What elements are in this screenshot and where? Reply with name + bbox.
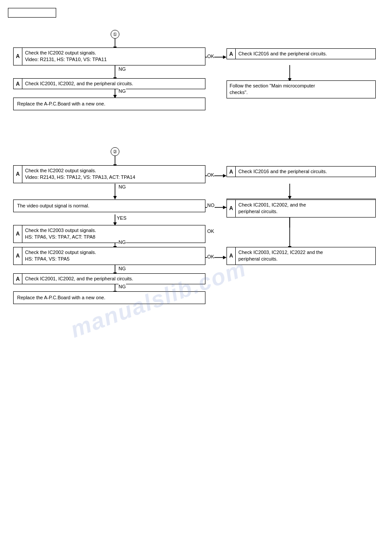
- diagram1-ng-label2: NG: [119, 88, 126, 94]
- diagram2-check-ic2003-content: Check the IC2003 output signals. HS: TPA…: [22, 225, 205, 243]
- diagram2-check-ic2001-ic2002-a: A: [14, 274, 22, 284]
- diagram1-box1-content: Check the IC2002 output signals. Video: …: [22, 48, 205, 65]
- diagram1-box2-right-content: Check IC2016 and the peripheral circuits…: [236, 49, 375, 59]
- diagram2-check-ic2003-right: A Check IC2003, IC2012, IC2022 and the p…: [227, 247, 376, 265]
- diagram2-box2-right-a: A: [227, 167, 236, 177]
- svg-marker-13: [223, 174, 227, 178]
- diagram2-replace-board: Replace the A-P.C.Board with a new one.: [13, 291, 205, 304]
- diagram2-check-ic2002b-a: A: [14, 247, 22, 265]
- diagram1-ng-label1: NG: [119, 66, 126, 72]
- diagram2-check-ic2003: A Check the IC2003 output signals. HS: T…: [13, 225, 205, 243]
- diagram2-yes-label: YES: [117, 215, 126, 221]
- diagram2-check-ic2001-right: A Check IC2001, IC2002, and the peripher…: [227, 200, 376, 218]
- diagram1-box2-right-a: A: [227, 49, 236, 59]
- svg-marker-25: [223, 256, 227, 259]
- svg-marker-17: [113, 196, 117, 200]
- diagram2-check-ic2003-right-a: A: [227, 247, 236, 265]
- page: ① A Check the IC2002 output signals. Vid…: [0, 0, 392, 555]
- diagram2-check-ic2003-a: A: [14, 225, 22, 243]
- diagram2-box2-right-content: Check IC2016 and the peripheral circuits…: [236, 167, 375, 177]
- svg-marker-3: [223, 55, 227, 59]
- diagram1-box2-right: A Check IC2016 and the peripheral circui…: [227, 48, 376, 59]
- diagram1-ok-label: OK: [207, 54, 214, 59]
- diagram1-follow-section: Follow the section "Main microcomputer c…: [227, 80, 376, 98]
- diagram1-box3: A Check IC2001, IC2002, and the peripher…: [13, 78, 205, 89]
- diagram2-ok-label1: OK: [207, 172, 214, 178]
- diagram2-check-ic2001-ic2002: A Check IC2001, IC2002, and the peripher…: [13, 273, 205, 284]
- diagram2-check-ic2002b: A Check the IC2002 output signals. HS: T…: [13, 247, 205, 265]
- diagram2-box1-a: A: [14, 166, 22, 183]
- svg-marker-19: [223, 206, 227, 209]
- diagram1-box1-a: A: [14, 48, 22, 65]
- diagram2-video-normal: The video output signal is normal.: [13, 200, 205, 212]
- diagram2-ok-label2: OK: [207, 229, 214, 234]
- diagram2-box2-right: A Check IC2016 and the peripheral circui…: [227, 166, 376, 177]
- diagram1-box3-content: Check IC2001, IC2002, and the peripheral…: [22, 79, 205, 89]
- diagram2-ng-label1: NG: [119, 184, 126, 189]
- diagram1-box4: Replace the A-P.C.Board with a new one.: [13, 98, 205, 110]
- diagram2-check-ic2001-right-content: Check IC2001, IC2002, and the peripheral…: [236, 200, 375, 217]
- header-bar: [8, 8, 56, 18]
- diagram2-no-label: NO: [207, 203, 215, 208]
- diagram2-ok-label3: OK: [207, 254, 214, 259]
- diagram2-check-ic2001-ic2002-content: Check IC2001, IC2002, and the peripheral…: [22, 274, 205, 284]
- diagram2-check-ic2002b-content: Check the IC2002 output signals. HS: TPA…: [22, 247, 205, 265]
- diagram2-ng-label4: NG: [119, 284, 126, 289]
- circle-marker-1: ①: [111, 30, 119, 39]
- diagram2-ng-label3: NG: [119, 266, 126, 271]
- diagram2-ng-label2: NG: [119, 239, 126, 245]
- diagram2-box1: A Check the IC2002 output signals. Video…: [13, 165, 205, 183]
- circle-marker-2: ②: [111, 147, 119, 156]
- diagram2-box1-content: Check the IC2002 output signals. Video: …: [22, 166, 205, 183]
- diagram1-box3-a: A: [14, 79, 22, 89]
- diagram1-box1: A Check the IC2002 output signals. Video…: [13, 47, 205, 65]
- diagram2-check-ic2003-right-content: Check IC2003, IC2012, IC2022 and the per…: [236, 247, 375, 265]
- diagram2-check-ic2001-right-a: A: [227, 200, 236, 217]
